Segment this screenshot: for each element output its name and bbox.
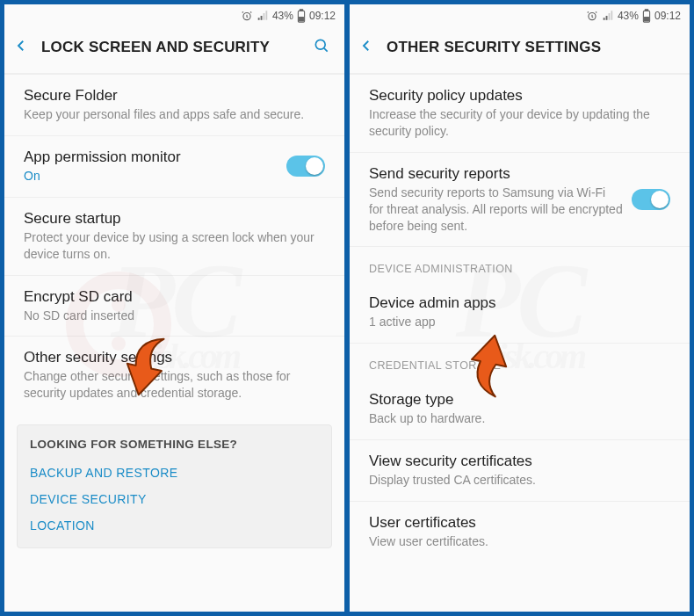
battery-icon [297,9,306,23]
svg-rect-3 [300,18,304,21]
back-icon[interactable] [358,38,374,57]
screen-left: PCrisk.com 43% 09:12 LOCK SCREEN AND SEC… [4,4,345,612]
link-location[interactable]: LOCATION [30,512,319,539]
looking-header: LOOKING FOR SOMETHING ELSE? [30,438,319,451]
encrypt-sub: No SD card inserted [24,308,325,324]
row-storage-type[interactable]: Storage type Back up to hardware. [350,379,690,439]
section-device-admin: DEVICE ADMINISTRATION [350,246,690,282]
other-sub: Change other security settings, such as … [24,368,325,402]
row-secure-folder[interactable]: Secure Folder Keep your personal files a… [4,74,344,135]
page-title: OTHER SECURITY SETTINGS [387,39,681,56]
storage-label: Storage type [369,391,670,409]
alarm-icon [586,10,598,22]
toggle-app-perm[interactable] [286,156,325,177]
other-label: Other security settings [24,349,325,366]
usercert-sub: View user certificates. [369,533,670,550]
admin-apps-sub: 1 active app [369,314,670,330]
svg-rect-7 [645,10,647,11]
storage-sub: Back up to hardware. [369,410,670,427]
back-icon[interactable] [13,38,29,57]
signal-icon [257,10,269,22]
section-credential-storage: CREDENTIAL STORAGE [350,343,690,379]
usercert-label: User certificates [369,514,670,532]
row-policy-updates[interactable]: Security policy updates Increase the sec… [350,74,690,152]
screen-right: PCrisk.com 43% 09:12 OTHER SECURITY SETT… [349,4,690,612]
link-backup-restore[interactable]: BACKUP AND RESTORE [30,460,319,486]
row-encrypt-sd[interactable]: Encrypt SD card No SD card inserted [4,275,344,337]
app-perm-state: On [24,168,278,185]
secure-startup-sub: Protect your device by using a screen lo… [24,229,325,263]
policy-sub: Increase the security of your device by … [369,106,670,140]
viewcert-sub: Display trusted CA certificates. [369,472,670,489]
row-admin-apps[interactable]: Device admin apps 1 active app [350,282,690,343]
secure-folder-sub: Keep your personal files and apps safe a… [24,106,325,123]
policy-label: Security policy updates [369,87,670,105]
battery-icon [642,9,651,23]
clock: 09:12 [654,10,681,22]
row-app-permission-monitor[interactable]: App permission monitor On [4,135,344,197]
link-device-security[interactable]: DEVICE SECURITY [30,486,319,512]
secure-folder-label: Secure Folder [24,87,325,105]
status-bar: 43% 09:12 [350,4,690,27]
battery-pct: 43% [618,10,639,22]
status-bar: 43% 09:12 [4,4,344,27]
app-perm-label: App permission monitor [24,149,278,166]
admin-apps-label: Device admin apps [369,294,670,312]
app-bar: LOCK SCREEN AND SECURITY [4,27,344,68]
viewcert-label: View security certificates [369,453,670,470]
toggle-reports[interactable] [632,189,670,210]
row-other-security[interactable]: Other security settings Change other sec… [4,336,344,414]
reports-sub: Send security reports to Samsung via Wi-… [369,185,623,235]
svg-rect-2 [300,10,302,11]
looking-card: LOOKING FOR SOMETHING ELSE? BACKUP AND R… [17,424,332,548]
clock: 09:12 [309,10,336,22]
secure-startup-label: Secure startup [24,210,325,228]
search-icon[interactable] [313,37,330,58]
app-bar: OTHER SECURITY SETTINGS [350,27,690,68]
row-secure-startup[interactable]: Secure startup Protect your device by us… [4,197,344,275]
reports-label: Send security reports [369,165,623,183]
content: Secure Folder Keep your personal files a… [4,68,344,559]
svg-point-4 [315,40,325,49]
encrypt-label: Encrypt SD card [24,288,325,306]
battery-pct: 43% [272,10,293,22]
alarm-icon [241,10,253,22]
signal-icon [602,10,614,22]
svg-rect-8 [645,18,649,21]
row-user-certificates[interactable]: User certificates View user certificates… [350,501,690,562]
row-view-certificates[interactable]: View security certificates Display trust… [350,439,690,501]
content: Security policy updates Increase the sec… [350,68,690,562]
page-title: LOCK SCREEN AND SECURITY [41,39,300,56]
row-send-reports[interactable]: Send security reports Send security repo… [350,152,690,247]
